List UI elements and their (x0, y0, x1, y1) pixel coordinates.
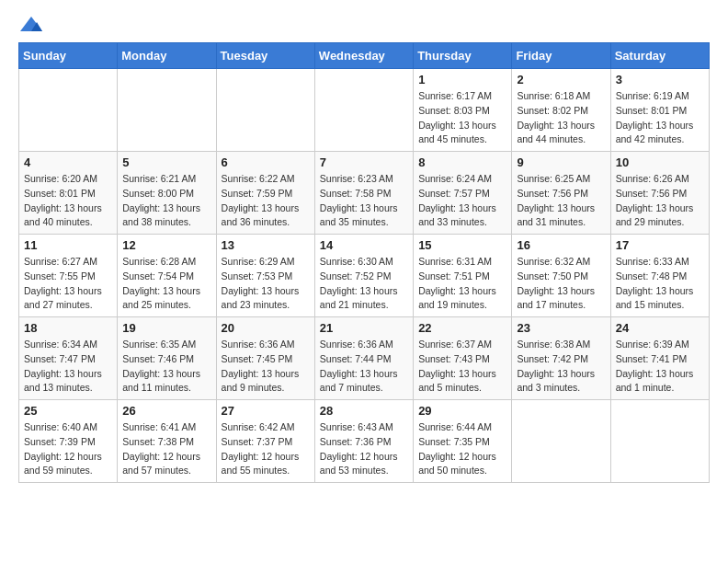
calendar-cell: 5Sunrise: 6:21 AMSunset: 8:00 PMDaylight… (118, 152, 216, 235)
day-info: Sunrise: 6:32 AMSunset: 7:50 PMDaylight:… (517, 255, 605, 313)
calendar-cell: 18Sunrise: 6:34 AMSunset: 7:47 PMDayligh… (19, 317, 118, 400)
weekday-header: Monday (118, 43, 216, 69)
calendar-cell: 11Sunrise: 6:27 AMSunset: 7:55 PMDayligh… (19, 235, 118, 317)
calendar-cell: 7Sunrise: 6:23 AMSunset: 7:58 PMDaylight… (314, 152, 413, 235)
calendar-cell: 28Sunrise: 6:43 AMSunset: 7:36 PMDayligh… (314, 400, 413, 483)
calendar-cell (19, 69, 118, 152)
day-info: Sunrise: 6:33 AMSunset: 7:48 PMDaylight:… (616, 255, 704, 313)
day-number: 29 (418, 404, 506, 418)
day-number: 4 (24, 155, 112, 169)
calendar-cell: 21Sunrise: 6:36 AMSunset: 7:44 PMDayligh… (314, 317, 413, 400)
day-info: Sunrise: 6:44 AMSunset: 7:35 PMDaylight:… (418, 420, 506, 478)
calendar-cell: 2Sunrise: 6:18 AMSunset: 8:02 PMDaylight… (512, 69, 610, 152)
calendar-cell (118, 69, 216, 152)
day-number: 5 (122, 155, 210, 169)
day-number: 24 (616, 321, 704, 335)
calendar-cell: 24Sunrise: 6:39 AMSunset: 7:41 PMDayligh… (610, 317, 709, 400)
day-info: Sunrise: 6:18 AMSunset: 8:02 PMDaylight:… (517, 89, 605, 147)
day-number: 20 (222, 321, 310, 335)
weekday-header: Sunday (19, 43, 118, 69)
day-number: 3 (616, 73, 704, 86)
day-info: Sunrise: 6:31 AMSunset: 7:51 PMDaylight:… (418, 255, 506, 313)
day-info: Sunrise: 6:35 AMSunset: 7:46 PMDaylight:… (122, 338, 210, 396)
day-info: Sunrise: 6:34 AMSunset: 7:47 PMDaylight:… (24, 338, 112, 396)
weekday-header: Tuesday (216, 43, 314, 69)
calendar-header-row: SundayMondayTuesdayWednesdayThursdayFrid… (19, 43, 710, 69)
day-info: Sunrise: 6:43 AMSunset: 7:36 PMDaylight:… (320, 420, 408, 478)
page-header (18, 15, 710, 35)
day-info: Sunrise: 6:25 AMSunset: 7:56 PMDaylight:… (517, 172, 605, 230)
day-info: Sunrise: 6:19 AMSunset: 8:01 PMDaylight:… (616, 89, 704, 147)
calendar-cell: 12Sunrise: 6:28 AMSunset: 7:54 PMDayligh… (118, 235, 216, 317)
calendar-cell: 16Sunrise: 6:32 AMSunset: 7:50 PMDayligh… (512, 235, 610, 317)
calendar-cell: 27Sunrise: 6:42 AMSunset: 7:37 PMDayligh… (216, 400, 314, 483)
calendar-cell: 15Sunrise: 6:31 AMSunset: 7:51 PMDayligh… (414, 235, 512, 317)
calendar-cell: 20Sunrise: 6:36 AMSunset: 7:45 PMDayligh… (216, 317, 314, 400)
day-number: 9 (517, 155, 605, 169)
day-number: 28 (320, 404, 408, 418)
day-number: 16 (517, 238, 605, 252)
day-number: 15 (418, 238, 506, 252)
weekday-header: Thursday (414, 43, 512, 69)
day-number: 7 (320, 155, 408, 169)
logo-icon (18, 15, 44, 35)
day-info: Sunrise: 6:20 AMSunset: 8:01 PMDaylight:… (24, 172, 112, 230)
day-number: 10 (616, 155, 704, 169)
day-info: Sunrise: 6:26 AMSunset: 7:56 PMDaylight:… (616, 172, 704, 230)
day-info: Sunrise: 6:29 AMSunset: 7:53 PMDaylight:… (222, 255, 310, 313)
day-info: Sunrise: 6:42 AMSunset: 7:37 PMDaylight:… (222, 420, 310, 478)
calendar-cell: 19Sunrise: 6:35 AMSunset: 7:46 PMDayligh… (118, 317, 216, 400)
day-number: 25 (24, 404, 112, 418)
day-info: Sunrise: 6:38 AMSunset: 7:42 PMDaylight:… (517, 338, 605, 396)
day-number: 13 (222, 238, 310, 252)
day-number: 14 (320, 238, 408, 252)
day-number: 21 (320, 321, 408, 335)
day-number: 26 (122, 404, 210, 418)
day-info: Sunrise: 6:27 AMSunset: 7:55 PMDaylight:… (24, 255, 112, 313)
calendar-cell (216, 69, 314, 152)
day-number: 1 (418, 73, 506, 86)
day-info: Sunrise: 6:36 AMSunset: 7:45 PMDaylight:… (222, 338, 310, 396)
calendar-cell: 3Sunrise: 6:19 AMSunset: 8:01 PMDaylight… (610, 69, 709, 152)
day-number: 27 (222, 404, 310, 418)
day-info: Sunrise: 6:41 AMSunset: 7:38 PMDaylight:… (122, 420, 210, 478)
calendar-cell: 23Sunrise: 6:38 AMSunset: 7:42 PMDayligh… (512, 317, 610, 400)
day-info: Sunrise: 6:17 AMSunset: 8:03 PMDaylight:… (418, 89, 506, 147)
calendar-week-row: 25Sunrise: 6:40 AMSunset: 7:39 PMDayligh… (19, 400, 710, 483)
calendar-cell (314, 69, 413, 152)
day-number: 11 (24, 238, 112, 252)
logo (18, 15, 48, 35)
day-number: 2 (517, 73, 605, 86)
calendar-cell (610, 400, 709, 483)
day-info: Sunrise: 6:39 AMSunset: 7:41 PMDaylight:… (616, 338, 704, 396)
day-info: Sunrise: 6:36 AMSunset: 7:44 PMDaylight:… (320, 338, 408, 396)
day-info: Sunrise: 6:23 AMSunset: 7:58 PMDaylight:… (320, 172, 408, 230)
calendar-cell: 29Sunrise: 6:44 AMSunset: 7:35 PMDayligh… (414, 400, 512, 483)
day-number: 19 (122, 321, 210, 335)
day-info: Sunrise: 6:22 AMSunset: 7:59 PMDaylight:… (222, 172, 310, 230)
calendar-cell: 10Sunrise: 6:26 AMSunset: 7:56 PMDayligh… (610, 152, 709, 235)
calendar-cell: 6Sunrise: 6:22 AMSunset: 7:59 PMDaylight… (216, 152, 314, 235)
calendar-cell: 9Sunrise: 6:25 AMSunset: 7:56 PMDaylight… (512, 152, 610, 235)
calendar-week-row: 4Sunrise: 6:20 AMSunset: 8:01 PMDaylight… (19, 152, 710, 235)
day-info: Sunrise: 6:28 AMSunset: 7:54 PMDaylight:… (122, 255, 210, 313)
calendar-cell: 25Sunrise: 6:40 AMSunset: 7:39 PMDayligh… (19, 400, 118, 483)
day-info: Sunrise: 6:40 AMSunset: 7:39 PMDaylight:… (24, 420, 112, 478)
day-number: 17 (616, 238, 704, 252)
calendar-table: SundayMondayTuesdayWednesdayThursdayFrid… (18, 42, 710, 483)
weekday-header: Friday (512, 43, 610, 69)
calendar-cell: 14Sunrise: 6:30 AMSunset: 7:52 PMDayligh… (314, 235, 413, 317)
calendar-cell: 26Sunrise: 6:41 AMSunset: 7:38 PMDayligh… (118, 400, 216, 483)
day-number: 12 (122, 238, 210, 252)
calendar-cell: 13Sunrise: 6:29 AMSunset: 7:53 PMDayligh… (216, 235, 314, 317)
day-info: Sunrise: 6:24 AMSunset: 7:57 PMDaylight:… (418, 172, 506, 230)
calendar-week-row: 1Sunrise: 6:17 AMSunset: 8:03 PMDaylight… (19, 69, 710, 152)
weekday-header: Saturday (610, 43, 709, 69)
calendar-cell (512, 400, 610, 483)
calendar-week-row: 11Sunrise: 6:27 AMSunset: 7:55 PMDayligh… (19, 235, 710, 317)
calendar-cell: 17Sunrise: 6:33 AMSunset: 7:48 PMDayligh… (610, 235, 709, 317)
calendar-cell: 1Sunrise: 6:17 AMSunset: 8:03 PMDaylight… (414, 69, 512, 152)
day-info: Sunrise: 6:30 AMSunset: 7:52 PMDaylight:… (320, 255, 408, 313)
day-info: Sunrise: 6:37 AMSunset: 7:43 PMDaylight:… (418, 338, 506, 396)
day-number: 23 (517, 321, 605, 335)
